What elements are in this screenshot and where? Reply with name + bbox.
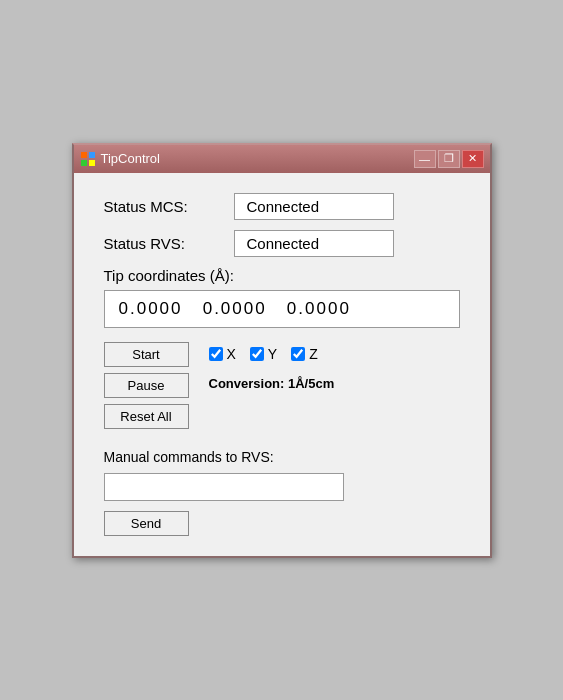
status-rvs-row: Status RVS: Connected [104, 230, 460, 257]
manual-label: Manual commands to RVS: [104, 449, 460, 465]
title-bar-left: TipControl [80, 151, 160, 167]
pause-button[interactable]: Pause [104, 373, 189, 398]
svg-rect-0 [81, 152, 87, 158]
coord-x: 0.0000 [119, 299, 183, 318]
status-mcs-value: Connected [234, 193, 394, 220]
main-window: TipControl — ❐ ✕ Status MCS: Connected S… [72, 143, 492, 558]
app-icon [80, 151, 96, 167]
status-mcs-label: Status MCS: [104, 198, 234, 215]
svg-rect-3 [89, 160, 95, 166]
close-button[interactable]: ✕ [462, 150, 484, 168]
coord-y: 0.0000 [203, 299, 267, 318]
coordinates-box: 0.0000 0.0000 0.0000 [104, 290, 460, 328]
window-title: TipControl [101, 151, 160, 166]
coordinates-section: Tip coordinates (Å): 0.0000 0.0000 0.000… [104, 267, 460, 328]
checkbox-x[interactable] [209, 347, 223, 361]
send-button[interactable]: Send [104, 511, 189, 536]
manual-section: Manual commands to RVS: Send [104, 449, 460, 536]
controls-section: Start Pause Reset All X Y Z [104, 342, 460, 429]
main-buttons: Start Pause Reset All [104, 342, 189, 429]
status-rvs-value: Connected [234, 230, 394, 257]
title-bar: TipControl — ❐ ✕ [74, 145, 490, 173]
checkbox-x-item[interactable]: X [209, 346, 236, 362]
checkboxes-row: X Y Z [209, 346, 335, 362]
checkbox-z-item[interactable]: Z [291, 346, 318, 362]
window-content: Status MCS: Connected Status RVS: Connec… [74, 173, 490, 556]
svg-rect-2 [81, 160, 87, 166]
checkbox-y-item[interactable]: Y [250, 346, 277, 362]
minimize-button[interactable]: — [414, 150, 436, 168]
title-buttons: — ❐ ✕ [414, 150, 484, 168]
svg-rect-1 [89, 152, 95, 158]
status-mcs-row: Status MCS: Connected [104, 193, 460, 220]
checkbox-y-label: Y [268, 346, 277, 362]
checkbox-y[interactable] [250, 347, 264, 361]
start-button[interactable]: Start [104, 342, 189, 367]
restore-button[interactable]: ❐ [438, 150, 460, 168]
reset-all-button[interactable]: Reset All [104, 404, 189, 429]
status-rvs-label: Status RVS: [104, 235, 234, 252]
coord-z: 0.0000 [287, 299, 351, 318]
checkbox-z-label: Z [309, 346, 318, 362]
checkbox-z[interactable] [291, 347, 305, 361]
conversion-text: Conversion: 1Å/5cm [209, 376, 335, 391]
right-controls: X Y Z Conversion: 1Å/5cm [209, 342, 335, 391]
checkbox-x-label: X [227, 346, 236, 362]
coordinates-title: Tip coordinates (Å): [104, 267, 460, 284]
manual-input[interactable] [104, 473, 344, 501]
